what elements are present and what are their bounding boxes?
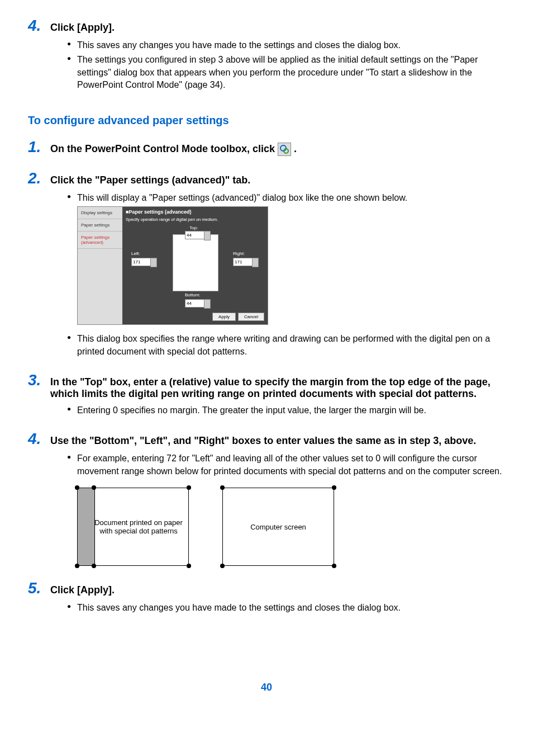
tab-display-settings[interactable]: Display settings <box>78 207 122 219</box>
step-number: 3. <box>28 371 45 389</box>
step-bullets: This will display a "Paper settings (adv… <box>28 192 505 204</box>
step-title: In the "Top" box, enter a (relative) val… <box>50 376 505 400</box>
right-margin-input[interactable]: 171 <box>233 258 253 266</box>
paper-settings-advanced-dialog: Display settings Paper settings Paper se… <box>77 206 268 325</box>
right-margin-spinner[interactable] <box>252 258 259 267</box>
corner-dot-icon <box>220 564 225 568</box>
bullet-text: The settings you configured in step 3 ab… <box>67 54 505 91</box>
step-bullets: This saves any changes you have made to … <box>28 39 505 92</box>
step-title: Use the "Bottom", "Left", and "Right" bo… <box>50 435 476 447</box>
dialog-title: ■Paper settings (advanced) <box>122 207 268 217</box>
left-margin-input[interactable]: 171 <box>131 258 151 266</box>
step-title: Click [Apply]. <box>50 22 115 34</box>
diagram-printed-document: Document printed on paper with special d… <box>77 488 189 566</box>
step-5: 5. Click [Apply]. This saves any changes… <box>28 579 505 614</box>
paper-preview-rect <box>173 234 218 291</box>
step-title-suffix: . <box>294 143 297 154</box>
dialog-sidebar: Display settings Paper settings Paper se… <box>78 207 122 324</box>
step-title-prefix: On the PowerPoint Control Mode toolbox, … <box>50 143 278 154</box>
bullet-text: This saves any changes you have made to … <box>67 602 505 614</box>
bottom-margin-label: Bottom: <box>185 292 201 297</box>
step-title: Click [Apply]. <box>50 584 115 596</box>
top-margin-input[interactable]: 44 <box>185 231 205 239</box>
apply-button[interactable]: Apply <box>212 313 236 321</box>
step-number: 5. <box>28 579 45 597</box>
corner-dot-icon <box>92 564 96 568</box>
cancel-button[interactable]: Cancel <box>238 313 264 321</box>
section-title: To configure advanced paper settings <box>28 114 505 127</box>
step-number: 4. <box>28 430 45 448</box>
tab-paper-settings[interactable]: Paper settings <box>78 219 122 231</box>
bullet-text: Entering 0 specifies no margin. The grea… <box>67 404 505 417</box>
corner-dot-icon <box>75 564 79 568</box>
step-number: 2. <box>28 169 45 187</box>
corner-dot-icon <box>332 485 336 490</box>
diagram-computer-screen: Computer screen <box>222 488 334 566</box>
step-4-apply-first: 4. Click [Apply]. This saves any changes… <box>28 17 505 92</box>
left-margin-spinner[interactable] <box>150 258 157 267</box>
page-number: 40 <box>28 682 505 693</box>
step-number: 1. <box>28 138 45 156</box>
dialog-main-panel: ■Paper settings (advanced) Specify opera… <box>122 207 268 324</box>
margin-diagram: Document printed on paper with special d… <box>77 488 505 566</box>
step-2: 2. Click the "Paper settings (advanced)"… <box>28 169 505 358</box>
corner-dot-icon <box>187 485 191 490</box>
diagram-caption: Document printed on paper with special d… <box>83 518 183 535</box>
step-number: 4. <box>28 17 45 35</box>
step-1: 1. On the PowerPoint Control Mode toolbo… <box>28 138 505 156</box>
bullet-text: This dialog box specifies the range wher… <box>67 333 505 358</box>
bullet-text: For example, entering 72 for "Left" and … <box>67 452 505 478</box>
bottom-margin-input[interactable]: 44 <box>185 299 205 308</box>
bottom-margin-spinner[interactable] <box>204 299 211 309</box>
bullet-text: This will display a "Paper settings (adv… <box>67 192 505 204</box>
top-margin-label: Top: <box>189 225 198 230</box>
top-margin-spinner[interactable] <box>204 231 211 240</box>
step-bullets: Entering 0 specifies no margin. The grea… <box>28 404 505 417</box>
fieldset-label: Specify operation range of digital pen o… <box>122 217 268 223</box>
step-title: Click the "Paper settings (advanced)" ta… <box>50 174 250 186</box>
corner-dot-icon <box>187 564 191 568</box>
right-margin-label: Right: <box>233 251 245 256</box>
step-bullets: For example, entering 72 for "Left" and … <box>28 452 505 478</box>
corner-dot-icon <box>332 564 336 568</box>
step-bullets: This saves any changes you have made to … <box>28 602 505 614</box>
step-bullets: This dialog box specifies the range wher… <box>28 333 505 358</box>
bullet-text: This saves any changes you have made to … <box>67 39 505 51</box>
left-margin-label: Left: <box>131 251 140 256</box>
settings-icon <box>278 143 291 156</box>
tab-paper-settings-advanced[interactable]: Paper settings (advanced) <box>78 231 122 249</box>
margins-area: Top: 44 Left: 171 Right: 171 Bottom: 44 <box>122 223 268 307</box>
step-title: On the PowerPoint Control Mode toolbox, … <box>50 143 297 156</box>
diagram-caption: Computer screen <box>250 523 306 531</box>
step-3: 3. In the "Top" box, enter a (relative) … <box>28 371 505 417</box>
step-4-other-margins: 4. Use the "Bottom", "Left", and "Right"… <box>28 430 505 566</box>
